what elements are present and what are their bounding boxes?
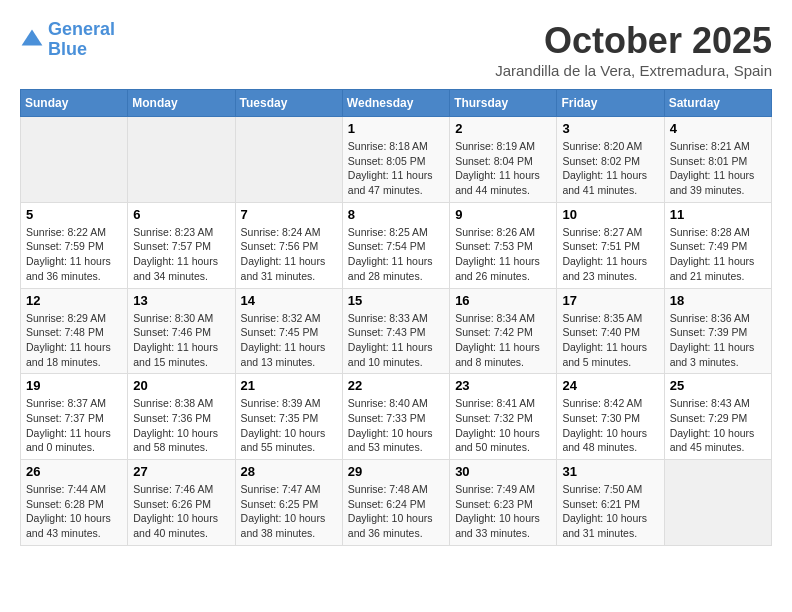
title-block: October 2025 Jarandilla de la Vera, Extr… xyxy=(495,20,772,79)
cell-info: Sunrise: 8:20 AM Sunset: 8:02 PM Dayligh… xyxy=(562,139,658,198)
logo-text: General Blue xyxy=(48,20,115,60)
day-number: 8 xyxy=(348,207,444,222)
calendar-cell: 18Sunrise: 8:36 AM Sunset: 7:39 PM Dayli… xyxy=(664,288,771,374)
cell-info: Sunrise: 8:26 AM Sunset: 7:53 PM Dayligh… xyxy=(455,225,551,284)
day-number: 28 xyxy=(241,464,337,479)
cell-info: Sunrise: 8:40 AM Sunset: 7:33 PM Dayligh… xyxy=(348,396,444,455)
calendar-cell: 11Sunrise: 8:28 AM Sunset: 7:49 PM Dayli… xyxy=(664,202,771,288)
calendar-week-row: 5Sunrise: 8:22 AM Sunset: 7:59 PM Daylig… xyxy=(21,202,772,288)
cell-info: Sunrise: 8:42 AM Sunset: 7:30 PM Dayligh… xyxy=(562,396,658,455)
calendar-cell xyxy=(128,117,235,203)
day-number: 9 xyxy=(455,207,551,222)
day-number: 18 xyxy=(670,293,766,308)
day-number: 30 xyxy=(455,464,551,479)
cell-info: Sunrise: 8:37 AM Sunset: 7:37 PM Dayligh… xyxy=(26,396,122,455)
calendar-cell: 4Sunrise: 8:21 AM Sunset: 8:01 PM Daylig… xyxy=(664,117,771,203)
day-number: 7 xyxy=(241,207,337,222)
calendar-cell: 7Sunrise: 8:24 AM Sunset: 7:56 PM Daylig… xyxy=(235,202,342,288)
logo-line1: General xyxy=(48,19,115,39)
day-number: 4 xyxy=(670,121,766,136)
weekday-header: Sunday xyxy=(21,90,128,117)
day-number: 19 xyxy=(26,378,122,393)
day-number: 21 xyxy=(241,378,337,393)
day-number: 23 xyxy=(455,378,551,393)
cell-info: Sunrise: 8:41 AM Sunset: 7:32 PM Dayligh… xyxy=(455,396,551,455)
cell-info: Sunrise: 8:39 AM Sunset: 7:35 PM Dayligh… xyxy=(241,396,337,455)
calendar-week-row: 12Sunrise: 8:29 AM Sunset: 7:48 PM Dayli… xyxy=(21,288,772,374)
calendar-table: SundayMondayTuesdayWednesdayThursdayFrid… xyxy=(20,89,772,546)
weekday-header: Thursday xyxy=(450,90,557,117)
weekday-header: Saturday xyxy=(664,90,771,117)
cell-info: Sunrise: 7:49 AM Sunset: 6:23 PM Dayligh… xyxy=(455,482,551,541)
cell-info: Sunrise: 8:18 AM Sunset: 8:05 PM Dayligh… xyxy=(348,139,444,198)
day-number: 6 xyxy=(133,207,229,222)
calendar-cell: 13Sunrise: 8:30 AM Sunset: 7:46 PM Dayli… xyxy=(128,288,235,374)
calendar-cell: 8Sunrise: 8:25 AM Sunset: 7:54 PM Daylig… xyxy=(342,202,449,288)
day-number: 1 xyxy=(348,121,444,136)
cell-info: Sunrise: 7:46 AM Sunset: 6:26 PM Dayligh… xyxy=(133,482,229,541)
day-number: 24 xyxy=(562,378,658,393)
cell-info: Sunrise: 8:34 AM Sunset: 7:42 PM Dayligh… xyxy=(455,311,551,370)
weekday-header: Monday xyxy=(128,90,235,117)
day-number: 27 xyxy=(133,464,229,479)
day-number: 12 xyxy=(26,293,122,308)
day-number: 14 xyxy=(241,293,337,308)
cell-info: Sunrise: 7:50 AM Sunset: 6:21 PM Dayligh… xyxy=(562,482,658,541)
day-number: 25 xyxy=(670,378,766,393)
calendar-week-row: 26Sunrise: 7:44 AM Sunset: 6:28 PM Dayli… xyxy=(21,460,772,546)
calendar-cell: 15Sunrise: 8:33 AM Sunset: 7:43 PM Dayli… xyxy=(342,288,449,374)
cell-info: Sunrise: 8:25 AM Sunset: 7:54 PM Dayligh… xyxy=(348,225,444,284)
calendar-cell: 25Sunrise: 8:43 AM Sunset: 7:29 PM Dayli… xyxy=(664,374,771,460)
month-title: October 2025 xyxy=(495,20,772,62)
calendar-cell: 3Sunrise: 8:20 AM Sunset: 8:02 PM Daylig… xyxy=(557,117,664,203)
calendar-cell: 14Sunrise: 8:32 AM Sunset: 7:45 PM Dayli… xyxy=(235,288,342,374)
calendar-cell: 28Sunrise: 7:47 AM Sunset: 6:25 PM Dayli… xyxy=(235,460,342,546)
calendar-cell: 21Sunrise: 8:39 AM Sunset: 7:35 PM Dayli… xyxy=(235,374,342,460)
day-number: 10 xyxy=(562,207,658,222)
calendar-cell: 24Sunrise: 8:42 AM Sunset: 7:30 PM Dayli… xyxy=(557,374,664,460)
calendar-week-row: 19Sunrise: 8:37 AM Sunset: 7:37 PM Dayli… xyxy=(21,374,772,460)
cell-info: Sunrise: 8:36 AM Sunset: 7:39 PM Dayligh… xyxy=(670,311,766,370)
logo: General Blue xyxy=(20,20,115,60)
day-number: 31 xyxy=(562,464,658,479)
cell-info: Sunrise: 8:24 AM Sunset: 7:56 PM Dayligh… xyxy=(241,225,337,284)
calendar-cell: 22Sunrise: 8:40 AM Sunset: 7:33 PM Dayli… xyxy=(342,374,449,460)
calendar-cell: 17Sunrise: 8:35 AM Sunset: 7:40 PM Dayli… xyxy=(557,288,664,374)
calendar-cell: 2Sunrise: 8:19 AM Sunset: 8:04 PM Daylig… xyxy=(450,117,557,203)
calendar-cell: 29Sunrise: 7:48 AM Sunset: 6:24 PM Dayli… xyxy=(342,460,449,546)
calendar-cell: 12Sunrise: 8:29 AM Sunset: 7:48 PM Dayli… xyxy=(21,288,128,374)
weekday-header: Tuesday xyxy=(235,90,342,117)
calendar-cell: 10Sunrise: 8:27 AM Sunset: 7:51 PM Dayli… xyxy=(557,202,664,288)
weekday-header: Wednesday xyxy=(342,90,449,117)
calendar-cell: 26Sunrise: 7:44 AM Sunset: 6:28 PM Dayli… xyxy=(21,460,128,546)
cell-info: Sunrise: 8:27 AM Sunset: 7:51 PM Dayligh… xyxy=(562,225,658,284)
calendar-cell: 19Sunrise: 8:37 AM Sunset: 7:37 PM Dayli… xyxy=(21,374,128,460)
calendar-cell: 31Sunrise: 7:50 AM Sunset: 6:21 PM Dayli… xyxy=(557,460,664,546)
location-subtitle: Jarandilla de la Vera, Extremadura, Spai… xyxy=(495,62,772,79)
day-number: 2 xyxy=(455,121,551,136)
calendar-cell: 23Sunrise: 8:41 AM Sunset: 7:32 PM Dayli… xyxy=(450,374,557,460)
cell-info: Sunrise: 8:35 AM Sunset: 7:40 PM Dayligh… xyxy=(562,311,658,370)
weekday-header: Friday xyxy=(557,90,664,117)
cell-info: Sunrise: 8:38 AM Sunset: 7:36 PM Dayligh… xyxy=(133,396,229,455)
cell-info: Sunrise: 8:22 AM Sunset: 7:59 PM Dayligh… xyxy=(26,225,122,284)
calendar-cell xyxy=(235,117,342,203)
calendar-week-row: 1Sunrise: 8:18 AM Sunset: 8:05 PM Daylig… xyxy=(21,117,772,203)
cell-info: Sunrise: 8:33 AM Sunset: 7:43 PM Dayligh… xyxy=(348,311,444,370)
cell-info: Sunrise: 7:44 AM Sunset: 6:28 PM Dayligh… xyxy=(26,482,122,541)
day-number: 20 xyxy=(133,378,229,393)
day-number: 3 xyxy=(562,121,658,136)
calendar-cell xyxy=(664,460,771,546)
day-number: 16 xyxy=(455,293,551,308)
calendar-cell: 5Sunrise: 8:22 AM Sunset: 7:59 PM Daylig… xyxy=(21,202,128,288)
cell-info: Sunrise: 7:47 AM Sunset: 6:25 PM Dayligh… xyxy=(241,482,337,541)
calendar-cell: 6Sunrise: 8:23 AM Sunset: 7:57 PM Daylig… xyxy=(128,202,235,288)
calendar-cell xyxy=(21,117,128,203)
calendar-cell: 20Sunrise: 8:38 AM Sunset: 7:36 PM Dayli… xyxy=(128,374,235,460)
logo-icon xyxy=(20,28,44,52)
weekday-header-row: SundayMondayTuesdayWednesdayThursdayFrid… xyxy=(21,90,772,117)
cell-info: Sunrise: 8:29 AM Sunset: 7:48 PM Dayligh… xyxy=(26,311,122,370)
day-number: 15 xyxy=(348,293,444,308)
day-number: 29 xyxy=(348,464,444,479)
cell-info: Sunrise: 8:30 AM Sunset: 7:46 PM Dayligh… xyxy=(133,311,229,370)
